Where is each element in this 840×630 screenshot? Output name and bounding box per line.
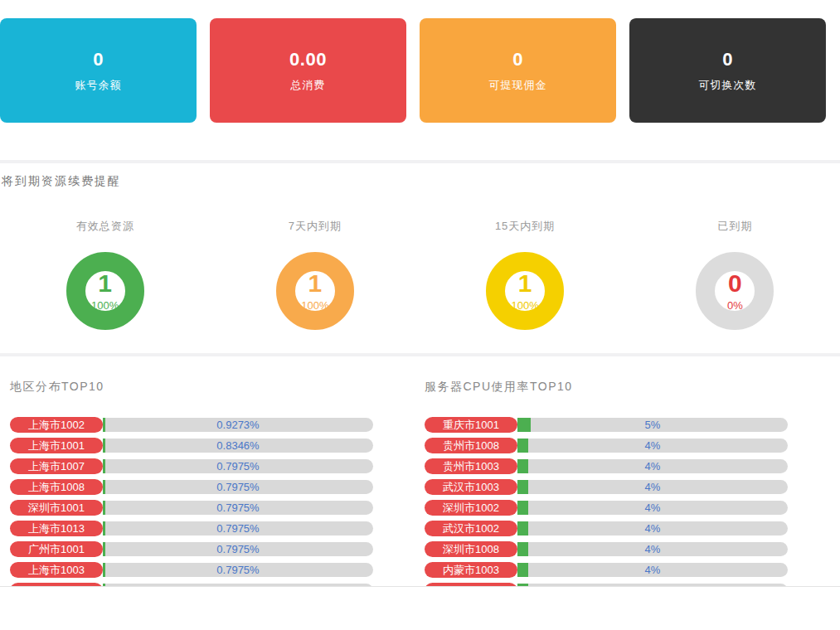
bar-track: 4%	[517, 563, 788, 577]
stat-value: 0	[93, 49, 104, 70]
bar-label-badge: 深圳市1001	[10, 500, 103, 516]
bar-value: 0.7975%	[103, 521, 373, 536]
bar-label-badge: 上海市1007	[10, 458, 103, 474]
bar-value: 4%	[517, 542, 788, 556]
bar-label-badge: 上海市1002	[10, 417, 103, 433]
donut-ring: 0 0%	[696, 252, 774, 330]
donut-expire-in-7-days: 7天内到期 1 100%	[210, 219, 420, 330]
bar-label-badge: 广州市1001	[10, 541, 103, 557]
bar-track: 4%	[517, 501, 788, 515]
bar-track: 0.7975%	[103, 501, 373, 515]
bar-value: 4%	[517, 439, 788, 453]
bar-value: 0.8346%	[103, 439, 373, 453]
bar-row: 武汉市1003 4%	[425, 479, 788, 495]
bar-value: 4%	[517, 563, 788, 577]
bar-label-badge	[10, 583, 103, 586]
donut-percent: 100%	[91, 299, 119, 312]
bar-row: 上海市1008 0.7975%	[10, 479, 373, 495]
top10-lists: 地区分布TOP10 上海市1002 0.9273% 上海市1001 0.8346…	[0, 356, 840, 586]
bar-label-badge: 贵州市1008	[425, 438, 517, 453]
region-distribution-list: 地区分布TOP10 上海市1002 0.9273% 上海市1001 0.8346…	[10, 356, 373, 586]
bar-row: 上海市1007 0.7975%	[10, 458, 373, 474]
renewal-section-title: 将到期资源续费提醒	[2, 174, 840, 189]
donut-count: 0	[728, 271, 742, 296]
bar-track: 5%	[517, 418, 788, 432]
bar-label-badge: 内蒙市1003	[425, 562, 517, 578]
bar-fill	[103, 584, 105, 586]
stat-label: 账号余额	[75, 78, 122, 93]
donut-percent: 0%	[727, 299, 743, 312]
bar-track: 0.7975%	[103, 563, 373, 577]
bar-row-partial	[10, 583, 373, 586]
stat-card-switchable-times[interactable]: 0 可切换次数	[629, 18, 826, 123]
bar-value: 4%	[517, 521, 788, 536]
bar-value: 4%	[517, 501, 788, 515]
donut-title: 已到期	[717, 219, 752, 234]
stat-card-withdrawable-commission[interactable]: 0 可提现佣金	[420, 18, 616, 123]
bar-label-badge: 武汉市1003	[425, 479, 517, 495]
bar-label-badge: 深圳市1008	[425, 541, 517, 557]
bar-row: 上海市1003 0.7975%	[10, 562, 373, 578]
bar-value: 0.7975%	[103, 563, 373, 577]
donut-ring: 1 100%	[486, 252, 564, 330]
region-list-title: 地区分布TOP10	[10, 380, 373, 395]
bar-label-badge: 上海市1013	[10, 521, 103, 536]
stats-cards-row: 0 账号余额 0.00 总消费 0 可提现佣金 0 可切换次数	[0, 18, 840, 123]
bar-label-badge: 武汉市1002	[425, 521, 517, 536]
bar-row: 贵州市1008 4%	[425, 438, 788, 453]
donut-count: 1	[518, 271, 532, 296]
stat-label: 可提现佣金	[489, 78, 547, 93]
stat-value: 0.00	[289, 49, 327, 70]
bar-value: 0.7975%	[103, 480, 373, 494]
donut-count: 1	[98, 271, 112, 296]
bar-track: 4%	[517, 459, 788, 473]
bar-track	[103, 584, 373, 586]
bar-track: 0.8346%	[103, 439, 373, 453]
stat-label: 总消费	[291, 78, 326, 93]
bar-track: 0.7975%	[103, 459, 373, 473]
bar-row-partial	[425, 583, 788, 586]
bar-value: 0.9273%	[103, 418, 373, 432]
bar-track: 4%	[517, 439, 788, 453]
donut-title: 有效总资源	[76, 219, 134, 234]
bar-row: 贵州市1003 4%	[425, 458, 788, 474]
bar-fill	[517, 584, 528, 586]
bar-track: 0.9273%	[103, 418, 373, 432]
donut-count: 1	[308, 271, 323, 296]
section-divider	[0, 160, 840, 163]
bottom-panel-edge	[0, 586, 840, 592]
bar-row: 重庆市1001 5%	[425, 417, 788, 433]
donut-percent: 100%	[512, 299, 539, 312]
bar-value: 0.7975%	[103, 459, 373, 473]
bar-value: 4%	[517, 459, 788, 473]
bar-row: 深圳市1008 4%	[425, 541, 788, 557]
bar-track: 4%	[517, 480, 788, 494]
stat-card-account-balance[interactable]: 0 账号余额	[0, 18, 197, 123]
donut-title: 15天内到期	[495, 219, 555, 234]
bar-track: 0.7975%	[103, 521, 373, 536]
bar-value: 4%	[517, 480, 788, 494]
bar-value: 0.7975%	[103, 542, 373, 556]
bar-row: 武汉市1002 4%	[425, 521, 788, 536]
cpu-usage-list: 服务器CPU使用率TOP10 重庆市1001 5% 贵州市1008 4% 贵州市…	[425, 356, 788, 586]
bar-row: 深圳市1001 0.7975%	[10, 500, 373, 516]
bar-label-badge: 上海市1001	[10, 438, 103, 453]
cpu-list-title: 服务器CPU使用率TOP10	[425, 380, 788, 395]
stat-value: 0	[512, 49, 523, 70]
donut-ring: 1 100%	[276, 252, 354, 330]
bar-track	[517, 584, 788, 586]
donut-expired: 已到期 0 0%	[630, 219, 840, 330]
bar-track: 4%	[517, 542, 788, 556]
stat-card-total-consumption[interactable]: 0.00 总消费	[210, 18, 406, 123]
bar-row: 上海市1013 0.7975%	[10, 521, 373, 536]
donut-expire-in-15-days: 15天内到期 1 100%	[420, 219, 630, 330]
bar-value: 5%	[517, 418, 788, 432]
bar-label-badge: 上海市1008	[10, 479, 103, 495]
donut-percent: 100%	[301, 299, 328, 312]
bar-track: 0.7975%	[103, 480, 373, 494]
bar-value: 0.7975%	[103, 501, 373, 515]
renewal-donuts-row: 有效总资源 1 100% 7天内到期 1 100% 15天内到期 1 100% …	[0, 219, 840, 330]
bar-track: 0.7975%	[103, 542, 373, 556]
bar-label-badge	[425, 583, 517, 586]
bar-label-badge: 深圳市1002	[425, 500, 517, 516]
